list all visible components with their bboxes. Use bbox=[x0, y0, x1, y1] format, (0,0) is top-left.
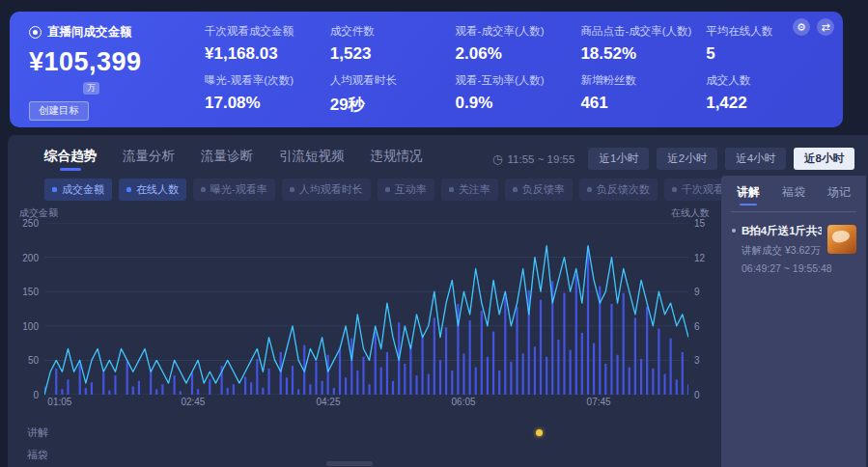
y-tick-label: 0 bbox=[694, 390, 700, 400]
chip-dot-icon bbox=[513, 187, 518, 192]
kpi-label: 人均观看时长 bbox=[330, 73, 450, 88]
y-tick-label: 150 bbox=[22, 287, 39, 297]
y-tick-label: 250 bbox=[22, 218, 39, 229]
track-讲解: 讲解 bbox=[27, 422, 712, 444]
target-icon bbox=[29, 26, 42, 39]
kpi-summary-card: 直播间成交金额 ¥105,399 万 创建目标 千次观看成交金额¥1,168.0… bbox=[10, 12, 843, 127]
kpi-cell: 观看-互动率(人数)0.9% bbox=[456, 73, 575, 119]
kpi-value: 17.08% bbox=[205, 94, 324, 113]
range-button-近1小时[interactable]: 近1小时 bbox=[588, 148, 649, 170]
card-corner-icons: ⚙ ⇄ bbox=[793, 18, 834, 36]
kpi-value: 461 bbox=[580, 94, 700, 113]
chip-label: 负反馈次数 bbox=[597, 182, 650, 197]
kpi-label: 新增粉丝数 bbox=[580, 73, 700, 88]
tab-引流短视频[interactable]: 引流短视频 bbox=[279, 148, 345, 171]
chip-label: 成交金额 bbox=[62, 182, 104, 197]
metric-chip-负反馈率[interactable]: 负反馈率 bbox=[505, 179, 573, 201]
chip-label: 互动率 bbox=[395, 182, 427, 197]
gear-icon[interactable]: ⚙ bbox=[793, 18, 810, 36]
main-kpi-title-row: 直播间成交金额 bbox=[29, 24, 193, 41]
bullet-icon bbox=[732, 229, 736, 233]
explain-item-title: B拍4斤送1斤共35-4... bbox=[742, 224, 822, 238]
plot-row: 250200150100500 15129630 bbox=[15, 223, 712, 395]
kpi-cell: 新增粉丝数461 bbox=[580, 73, 700, 119]
tab-流量分析[interactable]: 流量分析 bbox=[123, 148, 175, 171]
metric-chip-关注率[interactable]: 关注率 bbox=[441, 179, 498, 201]
time-controls: ◷ 11:55 ~ 19:55 近1小时近2小时近4小时近8小时 bbox=[492, 148, 854, 170]
track-marker-dot[interactable] bbox=[536, 429, 543, 436]
y-tick-label: 50 bbox=[28, 355, 39, 366]
panel-tab-福袋[interactable]: 福袋 bbox=[782, 184, 805, 205]
metric-chip-人均观看时长[interactable]: 人均观看时长 bbox=[282, 179, 371, 201]
horizontal-scrollbar-thumb[interactable] bbox=[326, 461, 373, 466]
kpi-value: 1,422 bbox=[706, 94, 826, 113]
metric-chip-互动率[interactable]: 互动率 bbox=[378, 179, 434, 201]
clock-icon: ◷ bbox=[492, 152, 502, 166]
trend-chart-plot[interactable] bbox=[44, 223, 688, 395]
y-tick-label: 12 bbox=[694, 252, 705, 262]
chip-dot-icon bbox=[449, 187, 454, 192]
range-button-近8小时[interactable]: 近8小时 bbox=[794, 148, 854, 170]
x-tick-label: 01:05 bbox=[47, 397, 71, 407]
y-tick-label: 100 bbox=[22, 320, 39, 331]
unit-badge: 万 bbox=[83, 82, 99, 95]
track-label: 福袋 bbox=[27, 448, 60, 462]
x-axis-row: 01:0502:4504:2506:0507:45 bbox=[15, 395, 712, 410]
chip-label: 关注率 bbox=[459, 182, 490, 197]
explain-item-time: 06:49:27 ~ 19:55:48 bbox=[742, 262, 822, 274]
tab-违规情况[interactable]: 违规情况 bbox=[371, 148, 423, 171]
create-goal-button[interactable]: 创建目标 bbox=[29, 101, 89, 121]
kpi-label: 千次观看成交金额 bbox=[205, 24, 324, 39]
x-tick-label: 06:05 bbox=[452, 397, 476, 407]
tab-综合趋势[interactable]: 综合趋势 bbox=[44, 148, 97, 171]
kpi-label: 成交人数 bbox=[706, 73, 826, 88]
chip-dot-icon bbox=[201, 187, 206, 192]
tab-流量诊断[interactable]: 流量诊断 bbox=[201, 148, 253, 171]
kpi-value: ¥1,168.03 bbox=[205, 44, 324, 64]
y-tick-label: 9 bbox=[694, 287, 700, 297]
metric-chip-曝光-观看率[interactable]: 曝光-观看率 bbox=[193, 179, 275, 201]
chip-label: 曝光-观看率 bbox=[210, 182, 267, 197]
chip-label: 负反馈率 bbox=[522, 182, 565, 197]
track-body bbox=[60, 444, 712, 466]
kpi-value: 29秒 bbox=[330, 94, 450, 116]
chip-label: 在线人数 bbox=[136, 182, 179, 197]
range-button-group: 近1小时近2小时近4小时近8小时 bbox=[588, 148, 854, 170]
x-tick-label: 02:45 bbox=[181, 397, 205, 407]
chip-dot-icon bbox=[290, 187, 294, 192]
panel-tab-场记[interactable]: 场记 bbox=[827, 184, 851, 205]
main-panel: 综合趋势流量分析流量诊断引流短视频违规情况 ◷ 11:55 ~ 19:55 近1… bbox=[8, 135, 868, 467]
chip-label: 人均观看时长 bbox=[299, 182, 363, 197]
swap-icon[interactable]: ⇄ bbox=[817, 18, 834, 36]
x-tick-label: 07:45 bbox=[587, 397, 611, 407]
kpi-cell: 商品点击-成交率(人数)18.52% bbox=[580, 24, 700, 69]
y-tick-label: 6 bbox=[694, 320, 700, 331]
panel-tab-讲解[interactable]: 讲解 bbox=[737, 184, 760, 205]
explain-item[interactable]: B拍4斤送1斤共35-4... 讲解成交 ¥3.62万 06:49:27 ~ 1… bbox=[731, 224, 856, 274]
kpi-cell: 曝光-观看率(次数)17.08% bbox=[205, 73, 324, 119]
track-label: 讲解 bbox=[27, 426, 60, 440]
kpi-label: 观看-互动率(人数) bbox=[456, 73, 575, 88]
kpi-grid: 千次观看成交金额¥1,168.03成交件数1,523观看-成交率(人数)2.06… bbox=[193, 24, 826, 118]
chip-label: 千次观看成交金额 bbox=[682, 182, 726, 197]
body-row: 成交金额在线人数曝光-观看率人均观看时长互动率关注率负反馈率负反馈次数千次观看成… bbox=[8, 170, 868, 467]
metric-chip-负反馈次数[interactable]: 负反馈次数 bbox=[579, 179, 658, 201]
time-range: ◷ 11:55 ~ 19:55 bbox=[492, 152, 574, 166]
range-button-近2小时[interactable]: 近2小时 bbox=[657, 148, 717, 170]
trend-chart-svg bbox=[44, 223, 688, 395]
kpi-label: 商品点击-成交率(人数) bbox=[580, 24, 700, 39]
track-body bbox=[60, 422, 712, 444]
metric-chip-千次观看成交金额[interactable]: 千次观看成交金额 bbox=[664, 179, 726, 201]
range-button-近4小时[interactable]: 近4小时 bbox=[725, 148, 786, 170]
chip-dot-icon bbox=[126, 187, 131, 192]
x-axis: 01:0502:4504:2506:0507:45 bbox=[44, 395, 688, 410]
y-axis-right: 15129630 bbox=[688, 223, 712, 395]
kpi-label: 曝光-观看率(次数) bbox=[205, 73, 324, 88]
chip-dot-icon bbox=[52, 187, 57, 192]
metric-chip-在线人数[interactable]: 在线人数 bbox=[119, 179, 186, 201]
y-tick-label: 15 bbox=[694, 218, 705, 229]
product-thumbnail bbox=[827, 225, 856, 254]
tabs-row: 综合趋势流量分析流量诊断引流短视频违规情况 ◷ 11:55 ~ 19:55 近1… bbox=[8, 135, 868, 170]
metric-chip-成交金额[interactable]: 成交金额 bbox=[44, 179, 112, 201]
kpi-cell: 成交人数1,422 bbox=[706, 73, 826, 119]
